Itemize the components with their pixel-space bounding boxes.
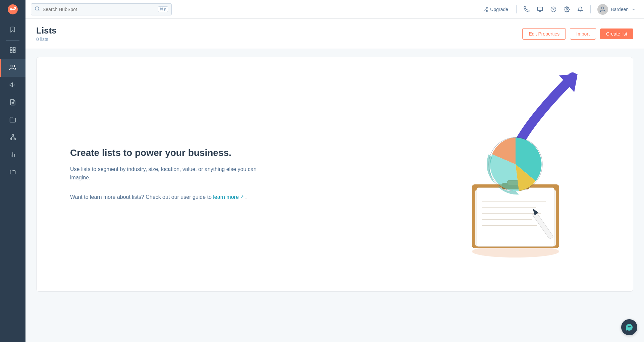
sidebar-divider: [6, 40, 19, 41]
svg-rect-32: [477, 188, 554, 246]
upgrade-button[interactable]: Upgrade: [479, 5, 512, 14]
topbar-divider-1: [516, 5, 517, 13]
search-shortcut: ⌘ K: [158, 6, 168, 12]
topbar: ⌘ K Upgrade: [25, 0, 644, 19]
svg-rect-3: [13, 47, 15, 49]
network-icon: [9, 134, 16, 142]
sidebar-item-contacts[interactable]: [0, 59, 25, 77]
sidebar: [0, 0, 25, 342]
svg-point-1: [14, 9, 15, 10]
clipboard-illustration: [452, 117, 579, 258]
dashboard-icon: [9, 47, 16, 55]
guide-prefix-text: Want to learn more about lists? Check ou…: [70, 194, 212, 200]
page-title: Lists: [36, 25, 57, 36]
empty-state-card: Create lists to power your business. Use…: [36, 57, 633, 292]
analytics-icon: [9, 151, 16, 160]
upgrade-icon: [483, 7, 488, 12]
user-avatar: [597, 4, 608, 15]
external-link-icon: ↗: [240, 193, 244, 201]
sidebar-item-files[interactable]: [0, 164, 25, 181]
page-header: Lists 0 lists Edit Properties Import Cre…: [25, 19, 644, 49]
bookmark-icon: [9, 26, 16, 35]
notifications-button[interactable]: [534, 3, 546, 15]
chat-widget[interactable]: [621, 319, 637, 335]
sidebar-item-dashboard[interactable]: [0, 42, 25, 59]
content-area: Lists 0 lists Edit Properties Import Cre…: [25, 19, 644, 342]
svg-line-14: [13, 136, 15, 138]
help-button[interactable]: [547, 3, 559, 15]
files-icon: [9, 169, 16, 177]
topbar-divider-2: [590, 5, 591, 13]
page-subtitle: 0 lists: [36, 37, 57, 42]
svg-point-10: [12, 134, 14, 136]
sidebar-nav: [0, 19, 25, 342]
illustration-container: [432, 91, 599, 258]
hubspot-logo[interactable]: [0, 0, 25, 19]
phone-button[interactable]: [521, 3, 533, 15]
empty-state-content: Create lists to power your business. Use…: [37, 70, 633, 278]
settings-button[interactable]: [561, 3, 573, 15]
main-area: ⌘ K Upgrade: [25, 0, 644, 342]
empty-state-guide: Want to learn more about lists? Check ou…: [70, 193, 278, 202]
svg-point-11: [10, 138, 12, 140]
svg-marker-7: [10, 83, 13, 87]
sidebar-item-bookmark[interactable]: [0, 21, 25, 39]
topbar-actions: Upgrade: [479, 3, 639, 16]
svg-point-18: [35, 7, 39, 10]
sidebar-item-content[interactable]: [0, 94, 25, 112]
contacts-icon: [9, 64, 16, 72]
edit-properties-button[interactable]: Edit Properties: [522, 28, 566, 40]
sidebar-item-marketing[interactable]: [0, 77, 25, 94]
sidebar-item-reports[interactable]: [0, 112, 25, 129]
svg-point-6: [11, 65, 13, 67]
notifications-bell-button[interactable]: [574, 3, 586, 15]
user-name: Bardeen: [611, 7, 629, 12]
marketing-icon: [9, 81, 16, 90]
svg-point-12: [14, 138, 15, 140]
sidebar-item-network[interactable]: [0, 129, 25, 147]
import-button[interactable]: Import: [570, 28, 596, 40]
user-menu[interactable]: Bardeen: [595, 3, 639, 16]
create-list-button[interactable]: Create list: [600, 28, 633, 39]
svg-point-28: [602, 7, 604, 9]
chat-widget-icon: [625, 323, 633, 331]
svg-rect-4: [10, 50, 12, 52]
svg-rect-2: [10, 47, 12, 49]
empty-state-heading: Create lists to power your business.: [70, 148, 278, 158]
chevron-down-icon: [631, 7, 636, 12]
search-box[interactable]: ⌘ K: [31, 3, 172, 15]
search-input[interactable]: [43, 7, 155, 12]
search-icon: [35, 6, 40, 13]
learn-more-link[interactable]: learn more ↗: [213, 193, 244, 202]
reports-icon: [9, 116, 16, 125]
page-actions: Edit Properties Import Create list: [522, 28, 633, 40]
page-title-section: Lists 0 lists: [36, 25, 57, 42]
sidebar-item-analytics[interactable]: [0, 147, 25, 164]
content-icon: [9, 99, 16, 107]
svg-line-19: [38, 10, 39, 11]
svg-rect-5: [13, 50, 15, 52]
svg-rect-22: [538, 7, 543, 11]
empty-state-description: Use lists to segment by industry, size, …: [70, 165, 278, 182]
svg-line-13: [11, 136, 13, 138]
empty-state-text: Create lists to power your business. Use…: [70, 148, 278, 202]
svg-point-27: [566, 8, 568, 10]
empty-state-wrapper: Create lists to power your business. Use…: [25, 49, 644, 300]
